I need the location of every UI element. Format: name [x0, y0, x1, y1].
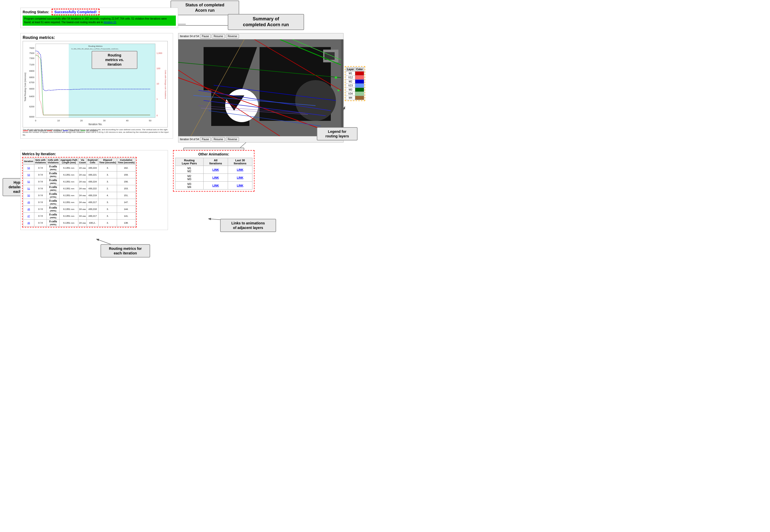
- legend-row-v34: V34: [346, 92, 364, 96]
- iter-53-link[interactable]: 53: [27, 174, 30, 176]
- legend-v12-label: V12: [346, 76, 355, 80]
- routing-canvas: [178, 39, 341, 136]
- elapsed-51: 2.: [98, 185, 117, 192]
- explored-51: 430,222: [87, 185, 98, 192]
- iter-52-link[interactable]: 52: [27, 180, 30, 183]
- iter-46: 46: [23, 220, 34, 226]
- elapsed-48: 3.: [98, 206, 117, 213]
- path-51: 6.1351 mm: [60, 185, 78, 192]
- nets-viol-52: 0 / 8: [34, 178, 47, 185]
- svg-text:6800: 6800: [29, 76, 34, 79]
- table-row: 54 0 / 8 0 cells(50/51) 6.1351 mm 24 via…: [23, 165, 136, 171]
- table-row: 51 0 / 8 0 cells(48/51) 6.1351 mm 24 via…: [23, 185, 136, 192]
- routing-status-panel: Routing Status: Successfully Completed! …: [20, 8, 178, 28]
- routing-status-value: Successfully Completed!: [52, 9, 100, 15]
- iter-46-link[interactable]: 46: [27, 222, 30, 224]
- pause-button-top[interactable]: Pause: [200, 34, 211, 38]
- via-53: 24 vias: [78, 171, 87, 178]
- explored-46: 430,2..: [87, 220, 98, 226]
- svg-text:10: 10: [156, 82, 159, 85]
- resume-button-top[interactable]: Resume: [212, 34, 225, 38]
- iter-54: 54: [23, 165, 34, 171]
- table-row: 46 0 / 8 0 cells(43/51) 6.1351 mm 24 via…: [23, 220, 136, 226]
- svg-text:6900: 6900: [29, 70, 34, 72]
- cumulative-50: 151.: [117, 192, 135, 199]
- svg-text:6700: 6700: [29, 81, 34, 84]
- nets-viol-47: 0 / 8: [34, 213, 47, 220]
- elapsed-52: 3.: [98, 178, 117, 185]
- iter-51: 51: [23, 185, 34, 192]
- iteration-link[interactable]: iteration 22: [104, 21, 116, 24]
- table-row: 50 0 / 8 0 cells(47/51) 6.1351 mm 24 via…: [23, 192, 136, 199]
- via-50: 24 vias: [78, 192, 87, 199]
- callout-links-anim-text: Links to animations of adjacent layers: [231, 221, 265, 230]
- nets-viol-46: 0 / 8: [34, 220, 47, 226]
- link-all-m3m4[interactable]: LINK: [212, 184, 219, 187]
- nets-viol-48: 0 / 8: [34, 206, 47, 213]
- iter-49-link[interactable]: 49: [27, 201, 30, 204]
- routing-status-row: Routing Status: Successfully Completed!: [23, 10, 176, 14]
- svg-text:Iteration No.: Iteration No.: [89, 123, 102, 126]
- col-all-iterations: AllIterations: [204, 158, 228, 166]
- svg-text:100: 100: [156, 67, 160, 70]
- routing-status-msg-end: .: [116, 21, 117, 24]
- cells-viol-54: 0 cells(50/51): [47, 165, 60, 171]
- cells-viol-50: 0 cells(47/51): [47, 192, 60, 199]
- legend-item-no-viol: No violations: [80, 130, 98, 132]
- iter-47-link[interactable]: 47: [27, 215, 30, 217]
- other-anim-header-row: RoutingLayer Pairs AllIterations Last 30…: [175, 158, 252, 166]
- elapsed-53: 3.: [98, 171, 117, 178]
- nets-viol-53: 0 / 8: [34, 171, 47, 178]
- link-all-m2m3[interactable]: LINK: [212, 176, 219, 179]
- link-all-m1m2[interactable]: LINK: [212, 168, 219, 171]
- cells-viol-51: 0 cells(48/51): [47, 185, 60, 192]
- iter-54-link[interactable]: 54: [27, 167, 30, 169]
- path-49: 6.1351 mm: [60, 199, 78, 206]
- col-header-elapsed: ElapsedTime (seconds): [98, 158, 117, 165]
- table-row: 53 0 / 8 0 cells(50/51) 6.1351 mm 24 via…: [23, 171, 136, 178]
- all-m3m4: LINK: [204, 182, 228, 190]
- legend-item-lowest: Lowest cost: [63, 130, 79, 132]
- routing-visualization-svg: [178, 39, 341, 136]
- legend-m3-color: [355, 88, 364, 92]
- callout-links-animations: Links to animations of adjacent layers: [220, 219, 276, 232]
- legend-m1-label: M1: [346, 71, 355, 76]
- link-last30-m3m4[interactable]: LINK: [237, 184, 244, 187]
- svg-point-40: [225, 89, 258, 122]
- link-last30-m1m2[interactable]: LINK: [237, 168, 244, 171]
- metrics-table-wrapper: Iteration Nets withViolations Cells with…: [22, 157, 137, 227]
- legend-m2-color: [355, 80, 364, 84]
- path-48: 6.1351 mm: [60, 206, 78, 213]
- reverse-button-bottom[interactable]: Reverse: [226, 137, 239, 141]
- resume-button-bottom[interactable]: Resume: [212, 137, 225, 141]
- reverse-button-top[interactable]: Reverse: [226, 34, 239, 38]
- legend-v23-label: V23: [346, 84, 355, 88]
- legend-m4-color: [355, 96, 364, 100]
- routing-status-message: Program completed successfully after 54 …: [23, 16, 176, 26]
- iter-48-link[interactable]: 48: [27, 208, 30, 210]
- svg-text:10: 10: [57, 119, 60, 122]
- legend-row-m3: M3: [346, 88, 364, 92]
- callout-routing-text: Routing metrics vs. iteration: [105, 53, 124, 66]
- svg-text:1,000: 1,000: [156, 52, 162, 54]
- callout-summary-text: Summary of completed Acorn run: [243, 16, 289, 27]
- legend-v12-color: [355, 76, 364, 80]
- legend-table: Layer Color M1 V12 M2 V23: [346, 67, 364, 100]
- cells-viol-49: 0 cells(46/51): [47, 199, 60, 206]
- path-46: 6.1351 mm: [60, 220, 78, 226]
- callout-routing-metrics: Routing metrics vs. iteration: [92, 51, 137, 69]
- col-header-cells-viol: Cells withViolations: [47, 158, 60, 165]
- table-row: 52 0 / 8 0 cells(49/51) 6.1351 mm 24 via…: [23, 178, 136, 185]
- link-last30-m2m3[interactable]: LINK: [237, 176, 244, 179]
- table-row: 48 0 / 8 0 cells(45/51) 6.1351 mm 24 via…: [23, 206, 136, 213]
- iter-53: 53: [23, 171, 34, 178]
- iter-50-link[interactable]: 50: [27, 194, 30, 197]
- metrics-header-row: Iteration Nets withViolations Cells with…: [23, 158, 136, 165]
- explored-49: 430,217: [87, 199, 98, 206]
- path-53: 6.1351 mm: [60, 171, 78, 178]
- metrics-by-iter-title: Metrics by Iteration:: [22, 152, 166, 156]
- svg-text:1: 1: [156, 98, 158, 100]
- pause-button-bottom[interactable]: Pause: [200, 137, 211, 141]
- iter-51-link[interactable]: 51: [27, 187, 30, 190]
- legend-item-nets: Nets with violations: [23, 130, 46, 132]
